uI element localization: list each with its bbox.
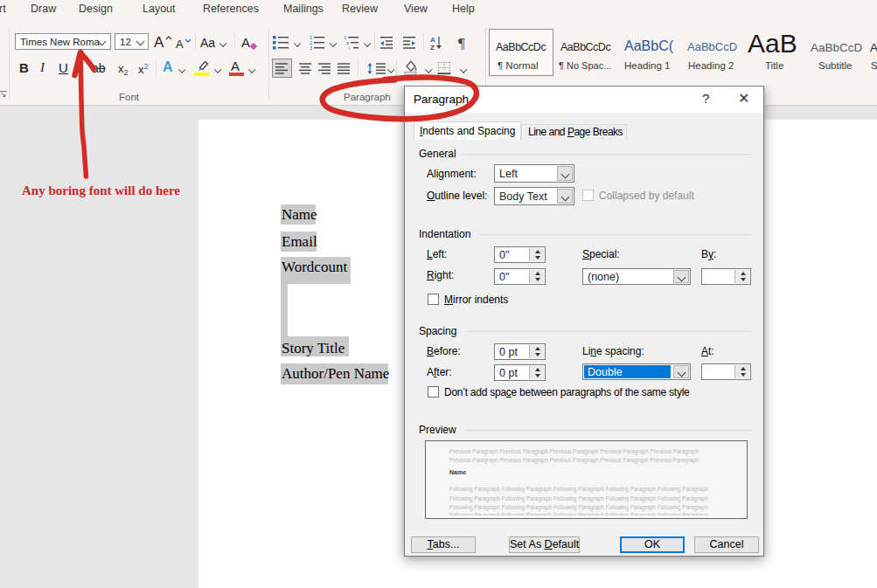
svg-text:i: i bbox=[349, 45, 350, 50]
svg-text:A: A bbox=[430, 36, 435, 44]
svg-text:3: 3 bbox=[310, 45, 312, 50]
svg-text:Z: Z bbox=[430, 44, 435, 50]
svg-text:A: A bbox=[231, 59, 240, 73]
svg-text:¶: ¶ bbox=[458, 35, 465, 50]
